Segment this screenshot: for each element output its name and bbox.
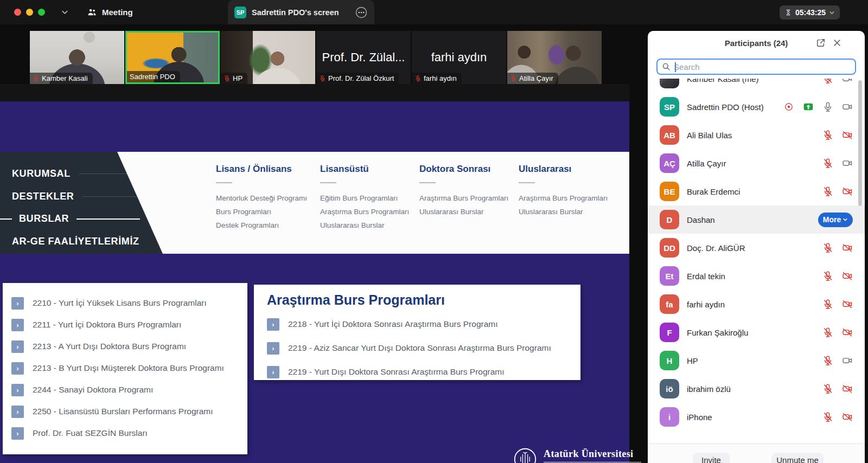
menu-link[interactable]: Araştırma Burs Programları bbox=[320, 205, 409, 218]
university-name: Atatürk Üniversitesi bbox=[544, 448, 641, 460]
more-button[interactable]: More bbox=[818, 213, 853, 227]
program-link[interactable]: ›2219 - Yurt Dışı Doktora Sonrası Araştı… bbox=[267, 360, 567, 384]
video-on-icon[interactable] bbox=[842, 158, 853, 169]
mic-muted-icon[interactable] bbox=[822, 242, 833, 253]
participant-row[interactable]: HHP bbox=[648, 346, 865, 375]
mic-muted-icon[interactable] bbox=[822, 186, 833, 197]
video-tile[interactable]: Kamber Kasali bbox=[30, 31, 124, 84]
video-thumbnail-strip: Kamber KasaliSadrettin PDOHPProf. Dr. Zü… bbox=[30, 31, 602, 84]
mic-muted-icon[interactable] bbox=[822, 327, 833, 338]
menu-link[interactable]: Araştırma Burs Programları bbox=[419, 191, 508, 205]
program-link[interactable]: ›2219 - Aziz Sancar Yurt Dışı Doktora So… bbox=[267, 336, 567, 360]
search-input[interactable] bbox=[671, 62, 855, 72]
video-off-icon[interactable] bbox=[842, 383, 853, 394]
video-off-icon[interactable] bbox=[842, 271, 853, 281]
participant-name: Erdal tekin bbox=[687, 272, 725, 281]
program-link[interactable]: ›Prof. Dr. Fuat SEZGİN Bursları bbox=[11, 422, 239, 444]
video-off-icon[interactable] bbox=[842, 242, 853, 253]
video-on-icon[interactable] bbox=[842, 79, 853, 84]
more-options-icon[interactable] bbox=[355, 6, 368, 19]
nav-item-label: AR-GE FAALİYETLERİMİZ bbox=[12, 236, 139, 247]
video-tile[interactable]: Sadrettin PDO bbox=[125, 31, 220, 84]
tab-meeting[interactable]: Meeting bbox=[87, 0, 133, 24]
nav-item-ar-ge-faali-yetleri-mi-z[interactable]: AR-GE FAALİYETLERİMİZ bbox=[12, 236, 139, 247]
hourglass-icon bbox=[784, 9, 792, 16]
mic-on-icon[interactable] bbox=[822, 101, 833, 112]
mic-muted-icon[interactable] bbox=[822, 130, 833, 140]
menu-link[interactable]: Uluslararası Burslar bbox=[419, 205, 508, 218]
participant-row[interactable]: fafarhi aydın bbox=[648, 290, 865, 318]
participant-row[interactable]: DDashanMore bbox=[648, 205, 865, 234]
divider bbox=[216, 182, 232, 183]
pop-out-panel-icon[interactable] bbox=[816, 38, 826, 48]
invite-button[interactable]: Invite bbox=[693, 453, 730, 463]
mic-muted-icon[interactable] bbox=[822, 158, 833, 169]
mic-muted-icon[interactable] bbox=[822, 411, 833, 422]
chevron-right-icon: › bbox=[11, 340, 24, 353]
participant-row[interactable]: iiPhone bbox=[648, 403, 865, 431]
mic-muted-icon[interactable] bbox=[822, 79, 833, 84]
menu-column-title[interactable]: Lisans / Önlisans bbox=[216, 164, 307, 175]
program-link[interactable]: ›2211 - Yurt İçi Doktora Burs Programlar… bbox=[11, 314, 239, 336]
nav-item-destekler[interactable]: DESTEKLER bbox=[12, 191, 137, 202]
program-link-label: 2211 - Yurt İçi Doktora Burs Programları bbox=[33, 320, 181, 330]
program-link-label: 2213 - A Yurt Dışı Doktora Burs Programı bbox=[33, 342, 186, 351]
chevron-down-icon[interactable] bbox=[61, 8, 69, 16]
video-tile[interactable]: farhi aydınfarhi aydın bbox=[412, 31, 506, 84]
video-on-icon[interactable] bbox=[842, 101, 853, 112]
program-link[interactable]: ›2213 - A Yurt Dışı Doktora Burs Program… bbox=[11, 336, 239, 357]
nav-item-burslar[interactable]: BURSLAR bbox=[0, 213, 140, 224]
zoom-window-button[interactable] bbox=[38, 9, 45, 16]
menu-column-title[interactable]: Lisansüstü bbox=[320, 164, 409, 175]
participant-row[interactable]: ABAli Bilal Ulas bbox=[648, 121, 865, 149]
participant-row[interactable]: AÇAtilla Çayır bbox=[648, 149, 865, 177]
video-off-icon[interactable] bbox=[842, 130, 853, 140]
participant-search-box[interactable] bbox=[656, 59, 856, 75]
program-link[interactable]: ›2218 - Yurt İçi Doktora Sonrası Araştır… bbox=[267, 312, 567, 336]
unmute-me-button[interactable]: Unmute me bbox=[771, 453, 824, 463]
video-tile[interactable]: HP bbox=[221, 31, 315, 84]
menu-link[interactable]: Araştırma Burs Programları bbox=[519, 191, 608, 205]
program-link[interactable]: ›2250 - Lisansüstü Bursları Performans P… bbox=[11, 401, 239, 422]
participant-row[interactable]: SPSadrettin PDO (Host) bbox=[648, 93, 865, 121]
tab-shared-screen[interactable]: SP Sadrettin PDO's screen bbox=[228, 0, 374, 24]
participant-row[interactable]: EtErdal tekin bbox=[648, 262, 865, 290]
video-off-icon[interactable] bbox=[842, 299, 853, 310]
mic-muted-icon[interactable] bbox=[822, 299, 833, 310]
video-off-icon[interactable] bbox=[842, 411, 853, 422]
mic-muted-icon[interactable] bbox=[822, 383, 833, 394]
participant-row[interactable]: BEBurak Erdemci bbox=[648, 177, 865, 205]
menu-link[interactable]: Uluslararası Burslar bbox=[519, 205, 608, 218]
participant-name: Sadrettin PDO bbox=[130, 73, 175, 81]
menu-column-title[interactable]: Uluslararası bbox=[519, 164, 608, 175]
panel-scrollbar[interactable] bbox=[858, 80, 862, 206]
menu-link[interactable]: Eğitim Burs Programları bbox=[320, 191, 409, 205]
video-tile[interactable]: Atilla Çayır bbox=[507, 31, 602, 84]
video-on-icon[interactable] bbox=[842, 355, 853, 366]
participant-row[interactable]: iöibrahim özlü bbox=[648, 375, 865, 403]
nav-item-kurumsal[interactable]: KURUMSAL bbox=[12, 168, 133, 179]
menu-column-title[interactable]: Doktora Sonrası bbox=[419, 164, 508, 175]
close-panel-icon[interactable] bbox=[832, 38, 842, 48]
video-off-icon[interactable] bbox=[842, 327, 853, 338]
menu-link[interactable]: Uluslararası Burslar bbox=[320, 218, 409, 232]
close-window-button[interactable] bbox=[14, 9, 21, 16]
avatar: H bbox=[660, 351, 679, 370]
mic-muted-icon[interactable] bbox=[822, 355, 833, 366]
video-off-icon[interactable] bbox=[842, 186, 853, 197]
participant-row[interactable]: Kamber Kasali (me) bbox=[648, 79, 865, 93]
menu-link[interactable]: Destek Programları bbox=[216, 218, 307, 232]
menu-link[interactable]: Burs Programları bbox=[216, 205, 307, 218]
program-link-label: 2218 - Yurt İçi Doktora Sonrası Araştırm… bbox=[288, 319, 498, 329]
program-link[interactable]: ›2210 - Yurt İçi Yüksek Lisans Burs Prog… bbox=[11, 292, 239, 314]
video-tile[interactable]: Prof. Dr. Zülal...Prof. Dr. Zülal Özkurt bbox=[316, 31, 411, 84]
program-link[interactable]: ›2213 - B Yurt Dışı Müşterek Doktora Bur… bbox=[11, 357, 239, 379]
menu-link[interactable]: Mentorluk Desteği Programı bbox=[216, 191, 307, 205]
nav-item-label: DESTEKLER bbox=[12, 191, 74, 202]
participant-row[interactable]: DDDoç. Dr. AliGÜR bbox=[648, 234, 865, 262]
minimize-window-button[interactable] bbox=[26, 9, 33, 16]
meeting-timer[interactable]: 05:43:25 bbox=[780, 5, 840, 20]
program-link[interactable]: ›2244 - Sanayi Doktora Programı bbox=[11, 379, 239, 401]
participant-row[interactable]: FFurkan Şakiroğlu bbox=[648, 318, 865, 346]
mic-muted-icon[interactable] bbox=[822, 271, 833, 281]
